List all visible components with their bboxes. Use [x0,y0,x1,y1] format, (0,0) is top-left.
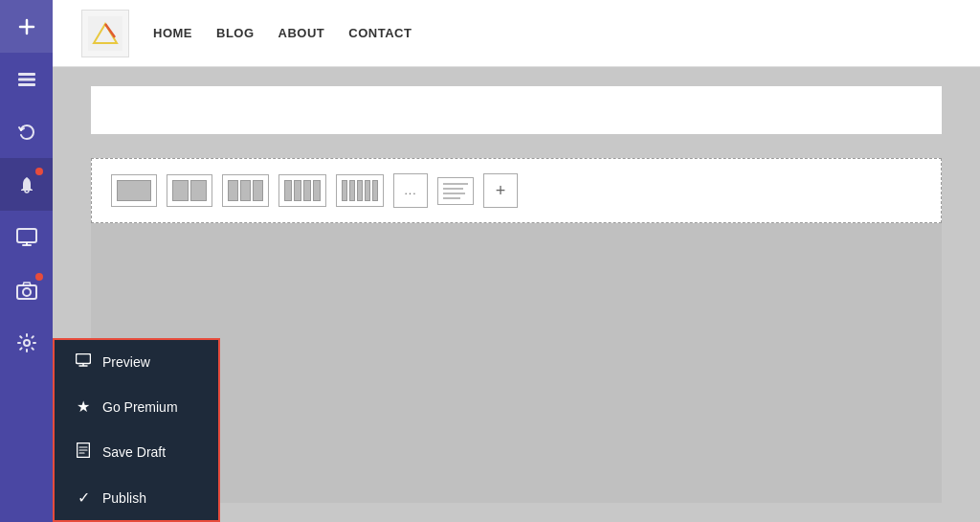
popup-menu: Preview ★ Go Premium Save Draft ✓ Publis… [53,338,220,522]
svg-point-10 [24,340,30,346]
layout-5col-btn[interactable] [336,174,384,207]
svg-rect-18 [88,16,122,51]
dots-label: ... [404,184,416,197]
layout-2col-btn[interactable] [167,174,212,207]
nav-about[interactable]: ABOUT [278,26,325,40]
check-icon: ✓ [74,488,93,507]
svg-rect-2 [18,73,35,76]
nav-home[interactable]: HOME [153,26,192,40]
monitor-small-icon [74,353,93,371]
camera-icon[interactable] [0,263,53,316]
save-draft-label: Save Draft [102,444,166,460]
preview-menu-item[interactable]: Preview [55,340,218,384]
go-premium-menu-item[interactable]: ★ Go Premium [55,384,218,429]
svg-rect-3 [18,78,35,80]
publish-menu-item[interactable]: ✓ Publish [55,475,218,520]
white-content-block [91,86,942,134]
draft-icon [74,443,93,462]
lines-layout-btn[interactable] [437,177,474,205]
layers-icon[interactable] [0,53,53,105]
more-layouts-btn[interactable]: ... [393,173,428,208]
bell-icon[interactable] [0,158,53,211]
add-row-btn[interactable]: + [483,173,518,208]
layout-3col-btn[interactable] [222,174,269,207]
gear-icon[interactable] [0,316,53,369]
star-icon: ★ [74,397,93,416]
camera-badge [35,273,43,281]
publish-label: Publish [102,490,146,506]
site-header: HOME BLOG ABOUT CONTACT [53,0,980,67]
layout-4col-btn[interactable] [278,174,326,207]
sidebar: Preview ★ Go Premium Save Draft ✓ Publis… [0,0,53,522]
site-logo [81,10,129,57]
undo-icon[interactable] [0,105,53,158]
plus-label: + [496,181,506,201]
site-nav: HOME BLOG ABOUT CONTACT [153,26,412,40]
layout-1col-btn[interactable] [111,174,157,207]
svg-rect-5 [17,229,36,242]
bell-badge [35,168,43,175]
lines-icon [443,183,468,199]
save-draft-menu-item[interactable]: Save Draft [55,429,218,475]
svg-rect-4 [18,83,35,86]
go-premium-label: Go Premium [102,399,178,415]
preview-label: Preview [102,354,150,370]
row-builder: ... + [91,158,942,223]
nav-blog[interactable]: BLOG [216,26,255,40]
add-icon[interactable] [0,0,53,53]
nav-contact[interactable]: CONTACT [348,26,412,40]
monitor-icon[interactable] [0,211,53,263]
svg-point-9 [23,288,31,296]
svg-rect-11 [77,354,91,364]
